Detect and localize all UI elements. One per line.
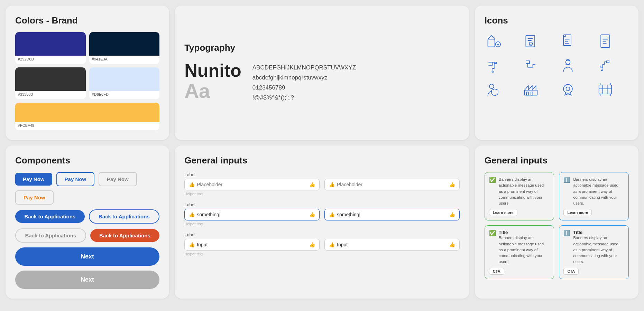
typography-special: !@#$%^&*();':,?: [252, 93, 356, 103]
color-block-D6E6FD: [89, 67, 160, 91]
swatch-FCBF49: #FCBF49: [15, 103, 159, 130]
input-icon-right-1: 👍: [309, 182, 315, 187]
icon-person-shield: [485, 81, 503, 98]
input-wrap-active-2[interactable]: 👍 👍: [324, 209, 460, 220]
input-helper-2: Helper text: [184, 222, 460, 226]
icon-worker: [559, 56, 577, 74]
font-sample-letters: Aa: [184, 81, 210, 101]
banner-text-1: Banners display an actionable message us…: [499, 177, 549, 206]
btn-pay-now-outline[interactable]: Pay Now: [56, 172, 95, 186]
btn-row-back-2: Back to Applications Back to Application…: [15, 228, 159, 243]
colors-card: Colors - Brand #292D8D #041E3A #333333 #…: [6, 6, 169, 140]
btn-next-blue[interactable]: Next: [15, 247, 159, 266]
banner-btn-1[interactable]: Learn more: [489, 209, 517, 216]
input-group-3: Label 👍 👍 👍 👍 Helper text: [184, 232, 460, 256]
banner-text-4: Banners display an actionable message us…: [573, 235, 624, 265]
input-wrap-input-1[interactable]: 👍 👍: [184, 239, 320, 251]
btn-row-back-1: Back to Applications Back to Application…: [15, 209, 159, 224]
colors-grid: #292D8D #041E3A #333333 #D6E6FD #FCBF49: [15, 32, 159, 130]
input-helper-1: Helper text: [184, 192, 460, 196]
banner-info-icon-2: ℹ️: [563, 177, 570, 183]
icons-grid: [485, 32, 629, 98]
svg-rect-13: [531, 92, 533, 95]
input-icon-right-4: 👍: [449, 212, 455, 217]
banner-text-2: Banners display an actionable message us…: [573, 177, 624, 206]
input-wrap-placeholder-2[interactable]: 👍 👍: [324, 179, 460, 190]
svg-rect-0: [488, 39, 495, 47]
icon-gate: [596, 81, 614, 98]
btn-row-pay-now: Pay Now Pay Now Pay Now Pay Now: [15, 172, 159, 205]
input-active-2[interactable]: [337, 212, 447, 217]
banner-header-2: ℹ️ Banners display an actionable message…: [563, 177, 624, 206]
banner-title-wrap-3: Title Banners display an actionable mess…: [499, 230, 549, 265]
input-icon-thumb-4: 👍: [329, 212, 335, 217]
banner-grid: ✅ Banners display an actionable message …: [485, 172, 629, 279]
input-icon-thumb-6: 👍: [329, 242, 335, 247]
btn-back-outline[interactable]: Back to Applications: [89, 209, 160, 224]
icon-pipe-drip: [485, 56, 503, 74]
input-icon-thumb-5: 👍: [189, 242, 195, 247]
swatch-292D8D: #292D8D: [15, 32, 86, 64]
input-input-2[interactable]: [337, 242, 447, 247]
input-label-1: Label: [184, 172, 460, 177]
colors-title: Colors - Brand: [15, 15, 159, 26]
input-group-1: Label 👍 👍 👍 👍 Helper text: [184, 172, 460, 196]
input-placeholder-2[interactable]: [337, 182, 447, 187]
icons-card: Icons: [475, 6, 638, 140]
banner-btn-4[interactable]: CTA: [563, 268, 579, 275]
icon-disc-award: [559, 81, 577, 98]
banner-item-2: ℹ️ Banners display an actionable message…: [559, 172, 629, 220]
general-inputs-title-2: General inputs: [485, 155, 629, 166]
btn-back-blue[interactable]: Back to Applications: [15, 210, 85, 223]
input-icon-thumb-3: 👍: [189, 212, 195, 217]
swatch-333333: #333333: [15, 67, 86, 99]
banner-info-icon-4: ℹ️: [563, 230, 570, 236]
icon-list-document: [596, 32, 614, 50]
svg-point-6: [492, 71, 494, 73]
font-name: Nunito: [184, 62, 241, 79]
input-helper-3: Helper text: [184, 252, 460, 256]
swatch-D6E6FD: #D6E6FD: [89, 67, 160, 99]
color-block-333333: [15, 67, 86, 91]
components-content: Pay Now Pay Now Pay Now Pay Now Back to …: [15, 172, 159, 289]
color-hex-041E3A: #041E3A: [89, 56, 160, 62]
input-label-2: Label: [184, 202, 460, 207]
icon-pipe-elbow: [522, 56, 540, 74]
components-title: Components: [15, 155, 159, 166]
typography-main-row: Nunito Aa ABCDEFGHIJKLMNOPQRSTUVWXYZ abc…: [184, 59, 460, 103]
banner-check-icon-3: ✅: [489, 230, 496, 236]
input-row-1: 👍 👍 👍 👍: [184, 179, 460, 190]
svg-rect-12: [526, 92, 528, 95]
input-label-3: Label: [184, 232, 460, 237]
typography-card: Typography Nunito Aa ABCDEFGHIJKLMNOPQRS…: [175, 6, 469, 140]
typography-digits: 0123456789: [252, 83, 356, 93]
color-block-041E3A: [89, 32, 160, 56]
input-icon-thumb-1: 👍: [189, 182, 195, 187]
svg-point-10: [489, 84, 494, 88]
input-active-1[interactable]: [197, 212, 307, 217]
icon-faucet: [596, 56, 614, 74]
btn-pay-now-primary[interactable]: Pay Now: [15, 173, 52, 186]
btn-pay-now-gray[interactable]: Pay Now: [99, 172, 137, 186]
btn-back-red[interactable]: Back to Applications: [90, 229, 160, 242]
btn-back-gray[interactable]: Back to Applications: [15, 228, 86, 243]
general-inputs-card-1: General inputs Label 👍 👍 👍 👍: [175, 145, 469, 299]
banner-check-icon-1: ✅: [489, 177, 496, 183]
banner-header-4: ℹ️ Title Banners display an actionable m…: [563, 230, 624, 265]
banner-btn-3[interactable]: CTA: [489, 268, 504, 275]
input-icon-right-3: 👍: [309, 212, 315, 217]
typography-title: Typography: [184, 43, 460, 53]
btn-pay-now-orange[interactable]: Pay Now: [15, 190, 54, 205]
icon-document: [559, 32, 577, 50]
input-wrap-active-1[interactable]: 👍 👍: [184, 209, 320, 220]
btn-next-gray[interactable]: Next: [15, 271, 159, 289]
input-wrap-placeholder-1[interactable]: 👍 👍: [184, 179, 320, 190]
input-icon-right-6: 👍: [449, 242, 455, 247]
input-wrap-input-2[interactable]: 👍 👍: [324, 239, 460, 251]
input-placeholder-1[interactable]: [197, 182, 307, 187]
input-input-1[interactable]: [197, 242, 307, 247]
svg-point-9: [601, 70, 603, 71]
icon-building-coins: [485, 32, 503, 50]
banner-header-1: ✅ Banners display an actionable message …: [489, 177, 549, 206]
banner-btn-2[interactable]: Learn more: [563, 209, 592, 216]
